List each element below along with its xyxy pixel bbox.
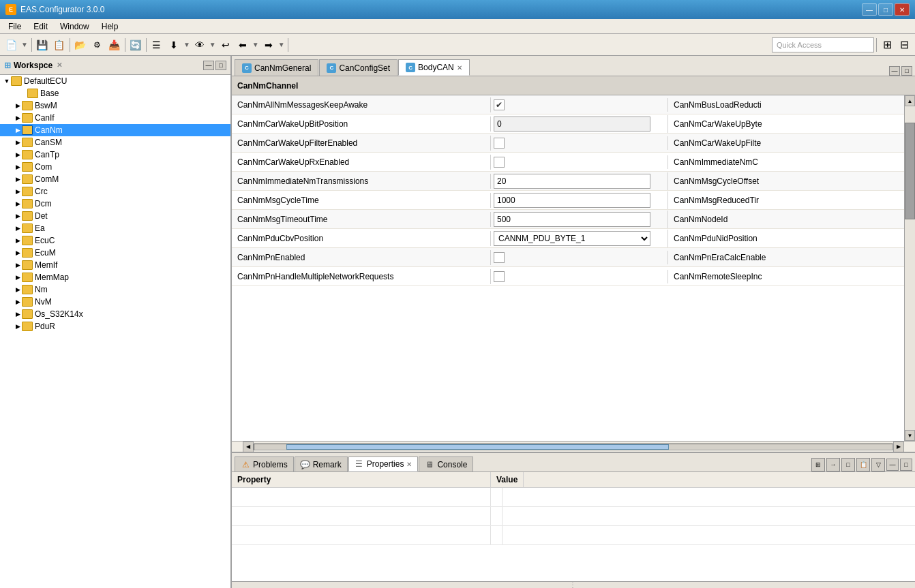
input-wakeupbitpos[interactable]: [494, 117, 650, 131]
tree-root-item[interactable]: ▼ DefaultECU: [0, 75, 230, 87]
expand-arrow[interactable]: ▶: [14, 127, 22, 134]
scroll-thumb[interactable]: [905, 123, 915, 220]
properties-tab-close[interactable]: ✕: [406, 461, 412, 468]
bottom-minimize-btn[interactable]: —: [886, 459, 899, 471]
list-item[interactable]: ▶ CanSM: [0, 136, 230, 149]
expand-arrow[interactable]: ▶: [14, 200, 22, 207]
expand-arrow[interactable]: ▶: [14, 114, 22, 121]
grid-button[interactable]: ⊟: [896, 37, 912, 53]
list-item[interactable]: ▶ EcuM: [0, 247, 230, 259]
copy-button[interactable]: 📋: [51, 37, 68, 53]
expand-arrow[interactable]: ▶: [14, 188, 22, 195]
tab-canconfigset[interactable]: C CanConfigSet: [319, 59, 397, 76]
refresh-button[interactable]: 🔄: [127, 37, 144, 53]
expand-arrow[interactable]: ▶: [14, 213, 22, 219]
bottom-btn-4[interactable]: 📋: [856, 458, 870, 471]
ws-minimize-button[interactable]: —: [203, 61, 214, 70]
list-item[interactable]: ▶ MemIf: [0, 259, 230, 271]
scroll-down-btn[interactable]: ▼: [905, 430, 915, 441]
expand-arrow[interactable]: ▶: [14, 298, 22, 305]
ws-maximize-button[interactable]: □: [215, 61, 226, 70]
menu-window[interactable]: Window: [55, 20, 95, 33]
open-button[interactable]: 📂: [72, 37, 89, 53]
maximize-button[interactable]: □: [878, 3, 893, 16]
tab-remark[interactable]: 💬 Remark: [295, 457, 348, 471]
checkbox-wakeuprx[interactable]: [494, 157, 505, 168]
menu-file[interactable]: File: [3, 20, 27, 33]
list-item[interactable]: ▶ PduR: [0, 320, 230, 332]
checkbox-pnhandle[interactable]: [494, 271, 505, 282]
list-item[interactable]: ▶ CanIf: [0, 112, 230, 124]
input-immediatenm[interactable]: [494, 174, 650, 189]
expand-arrow[interactable]: ▶: [14, 286, 22, 293]
expand-arrow[interactable]: ▶: [14, 151, 22, 158]
hscroll-thumb[interactable]: [286, 444, 670, 450]
bottom-btn-2[interactable]: →: [826, 458, 840, 471]
import-button[interactable]: 📥: [106, 37, 123, 53]
input-msgcycletime[interactable]: [494, 193, 650, 208]
tab-close-button[interactable]: ✕: [457, 64, 462, 72]
tab-properties[interactable]: ☰ Properties ✕: [348, 457, 419, 471]
expand-arrow[interactable]: ▶: [14, 102, 22, 109]
down-dropdown[interactable]: ▼: [183, 41, 191, 48]
config-button[interactable]: ⚙: [89, 37, 106, 53]
back-button[interactable]: ⬅: [235, 37, 251, 53]
new-button[interactable]: 📄: [3, 37, 19, 53]
config-vscrollbar[interactable]: ▲ ▼: [904, 95, 915, 441]
list-item[interactable]: ▶ Det: [0, 210, 230, 222]
scroll-up-btn[interactable]: ▲: [905, 95, 915, 106]
config-hscrollbar[interactable]: ◀ ▶: [232, 441, 915, 452]
close-button[interactable]: ✕: [895, 3, 910, 16]
expand-arrow[interactable]: ▶: [14, 323, 22, 330]
editor-minimize-button[interactable]: —: [889, 66, 900, 76]
expand-arrow[interactable]: ▶: [14, 237, 22, 244]
list-item[interactable]: ▶ CanNm: [0, 124, 230, 136]
down-button[interactable]: ⬇: [166, 37, 182, 53]
expand-arrow[interactable]: ▶: [14, 164, 22, 170]
input-msgtimeout[interactable]: [494, 212, 650, 227]
expand-arrow[interactable]: ▶: [14, 274, 22, 281]
tab-bodycan[interactable]: C BodyCAN ✕: [398, 59, 470, 76]
expand-arrow[interactable]: ▶: [14, 176, 22, 183]
minimize-button[interactable]: —: [862, 3, 877, 16]
bottom-btn-5[interactable]: ▽: [871, 458, 885, 471]
editor-maximize-button[interactable]: □: [901, 66, 912, 76]
save-button[interactable]: 💾: [34, 37, 50, 53]
bottom-btn-1[interactable]: ⊞: [811, 458, 825, 471]
view-button[interactable]: 👁: [192, 37, 208, 53]
expand-arrow[interactable]: ▶: [14, 249, 22, 256]
quick-access-input[interactable]: Quick Access: [772, 37, 874, 52]
list-item[interactable]: ▶ Nm: [0, 283, 230, 296]
fwd-dropdown[interactable]: ▼: [278, 41, 286, 48]
new-dropdown[interactable]: ▼: [20, 41, 29, 48]
bottom-maximize-btn[interactable]: □: [900, 459, 912, 471]
list-item[interactable]: ▶ Dcm: [0, 198, 230, 210]
menu-edit[interactable]: Edit: [28, 20, 53, 33]
expand-arrow[interactable]: ▶: [14, 311, 22, 318]
expand-arrow[interactable]: ▶: [14, 139, 22, 146]
checkbox-wakeupfilter[interactable]: [494, 138, 505, 149]
forward-button[interactable]: ➡: [260, 37, 277, 53]
hscroll-left-btn[interactable]: ◀: [243, 442, 254, 452]
hscroll-right-btn[interactable]: ▶: [893, 442, 904, 452]
list-item[interactable]: ▶ Os_S32K14x: [0, 308, 230, 320]
list-item[interactable]: ▶ ComM: [0, 173, 230, 185]
list-item[interactable]: ▶ Ea: [0, 222, 230, 234]
list-item[interactable]: ▶ EcuC: [0, 234, 230, 247]
nav-button[interactable]: ↩: [217, 37, 234, 53]
select-pducbvpos[interactable]: CANNM_PDU_BYTE_0 CANNM_PDU_BYTE_1 CANNM_…: [494, 231, 650, 246]
expand-arrow[interactable]: ▶: [14, 225, 22, 232]
root-arrow[interactable]: ▼: [3, 78, 11, 84]
layout-button[interactable]: ☰: [149, 37, 165, 53]
checkbox-pnenabled[interactable]: [494, 252, 505, 263]
view-dropdown[interactable]: ▼: [209, 41, 217, 48]
workspace-tree[interactable]: ▼ DefaultECU ▶ Base ▶ BswM ▶ CanIf: [0, 75, 230, 588]
perspective-button[interactable]: ⊞: [879, 37, 895, 53]
expand-arrow[interactable]: ▶: [14, 262, 22, 268]
tab-cannmgeneral[interactable]: C CanNmGeneral: [235, 59, 318, 76]
list-item[interactable]: ▶ MemMap: [0, 271, 230, 283]
drag-handle[interactable]: ⋮: [232, 581, 915, 588]
tab-problems[interactable]: ⚠ Problems: [235, 457, 294, 471]
list-item[interactable]: ▶ CanTp: [0, 149, 230, 161]
list-item[interactable]: ▶ Crc: [0, 185, 230, 198]
